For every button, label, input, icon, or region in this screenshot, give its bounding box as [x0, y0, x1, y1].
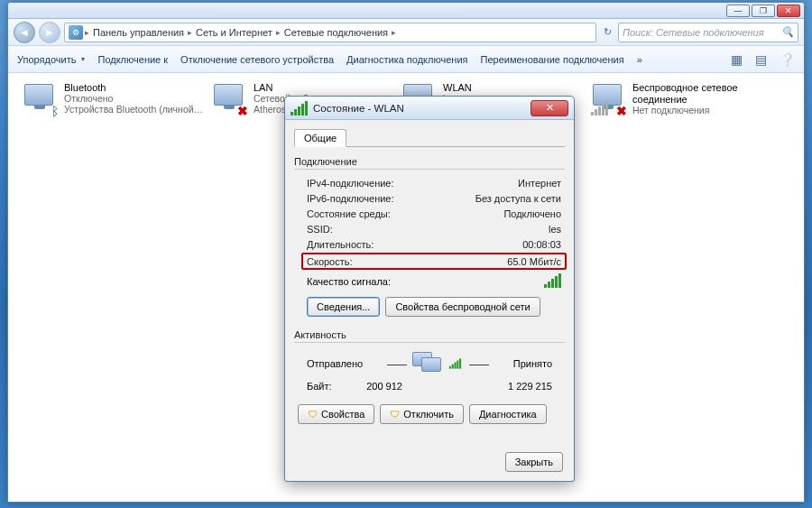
control-panel-icon: ⚙ [69, 25, 83, 40]
group-connection-label: Подключение [294, 156, 565, 167]
shield-icon: 🛡 [308, 409, 318, 420]
help-icon[interactable]: ❔ [780, 52, 795, 67]
ipv6-value: Без доступа к сети [475, 193, 561, 204]
sent-label: Отправлено [307, 358, 363, 369]
disable-button[interactable]: 🛡Отключить [380, 404, 464, 424]
media-state-value: Подключено [503, 208, 561, 219]
chevron-right-icon: ▸ [85, 28, 89, 37]
search-input[interactable]: Поиск: Сетевые подключения 🔍 [618, 23, 798, 42]
dash-icon: —— [469, 358, 489, 369]
diagnose-button[interactable]: Диагностика [469, 404, 547, 424]
dialog-titlebar[interactable]: Состояние - WLAN ✕ [285, 97, 574, 120]
nav-forward-button[interactable]: ► [39, 22, 60, 43]
received-label: Принято [513, 358, 552, 369]
close-button[interactable]: ✕ [777, 5, 800, 17]
media-state-label: Состояние среды: [307, 208, 391, 219]
signal-bars-icon [591, 101, 608, 118]
duration-label: Длительность: [307, 239, 374, 250]
disconnected-x-icon: ✖ [237, 104, 248, 118]
minimize-button[interactable]: — [726, 5, 750, 17]
connection-status: Нет подключения [632, 105, 773, 115]
maximize-button[interactable]: ❐ [752, 5, 775, 17]
shield-icon: 🛡 [390, 409, 400, 420]
chevron-right-icon: ▸ [392, 28, 396, 37]
connection-detail: Устройства Bluetooth (личной с... [64, 104, 205, 115]
rename-button[interactable]: Переименование подключения [481, 54, 624, 65]
speed-row-highlighted: Скорость:65.0 Мбит/с [301, 253, 567, 270]
dialog-title: Состояние - WLAN [313, 103, 404, 114]
network-adapter-icon: ᛒ [23, 82, 59, 118]
command-toolbar: Упорядочить Подключение к Отключение сет… [8, 46, 804, 73]
connection-name: WLAN [443, 82, 584, 93]
bytes-label: Байт: [307, 381, 332, 392]
dialog-close-button[interactable]: ✕ [531, 100, 568, 116]
organize-menu[interactable]: Упорядочить [17, 54, 85, 65]
search-icon: 🔍 [781, 26, 794, 38]
chevron-right-icon: ▸ [276, 28, 281, 37]
explorer-window: — ❐ ✕ ◄ ► ⚙ ▸ Панель управления ▸ Сеть и… [7, 2, 805, 503]
ipv4-label: IPv4-подключение: [307, 178, 394, 189]
details-button[interactable]: Сведения... [307, 297, 380, 317]
activity-computers-icon [412, 352, 441, 375]
signal-bars-icon [449, 358, 461, 368]
ssid-label: SSID: [307, 224, 333, 235]
diagnose-button[interactable]: Диагностика подключения [346, 54, 467, 65]
network-adapter-icon: ✖ [212, 82, 248, 118]
group-activity-label: Активность [294, 329, 565, 340]
nav-back-button[interactable]: ◄ [14, 22, 35, 43]
wireless-properties-button[interactable]: Свойства беспроводной сети [385, 297, 540, 317]
bluetooth-icon: ᛒ [51, 104, 59, 118]
connection-item-bluetooth[interactable]: ᛒ Bluetooth Отключено Устройства Bluetoo… [19, 79, 208, 122]
disconnected-x-icon: ✖ [616, 104, 627, 118]
navigation-bar: ◄ ► ⚙ ▸ Панель управления ▸ Сеть и Интер… [8, 19, 804, 46]
address-breadcrumb[interactable]: ⚙ ▸ Панель управления ▸ Сеть и Интернет … [64, 23, 596, 42]
signal-bars-icon [291, 101, 308, 115]
refresh-icon[interactable]: ↻ [600, 26, 614, 38]
bytes-sent-value: 200 912 [366, 381, 402, 392]
duration-value: 00:08:03 [522, 239, 561, 250]
close-dialog-button[interactable]: Закрыть [505, 452, 563, 472]
breadcrumb-item[interactable]: Сетевые подключения [282, 27, 390, 38]
chevron-right-icon: ▸ [188, 28, 192, 37]
connection-name: Беспроводное сетевое соединение [632, 82, 773, 105]
signal-bars-icon [544, 273, 561, 290]
view-icons-button[interactable]: ▦ [731, 52, 743, 67]
disable-device-button[interactable]: Отключение сетевого устройства [180, 54, 334, 65]
breadcrumb-item[interactable]: Сеть и Интернет [194, 27, 274, 38]
ipv4-value: Интернет [518, 178, 561, 189]
connection-item-wireless[interactable]: ✖ Беспроводное сетевое соединение Нет по… [587, 79, 777, 122]
view-details-button[interactable]: ▤ [755, 52, 767, 67]
wlan-status-dialog: Состояние - WLAN ✕ Общие Подключение IPv… [284, 96, 575, 482]
search-placeholder: Поиск: Сетевые подключения [623, 27, 764, 38]
breadcrumb-item[interactable]: Панель управления [91, 27, 186, 38]
ssid-value: les [549, 224, 561, 235]
speed-value: 65.0 Мбит/с [507, 256, 561, 267]
bytes-received-value: 1 229 215 [508, 381, 552, 392]
connection-status: Отключено [64, 93, 205, 104]
speed-label: Скорость: [307, 256, 353, 267]
window-titlebar: — ❐ ✕ [8, 3, 804, 19]
connection-name: LAN [254, 82, 394, 93]
tab-general[interactable]: Общие [294, 129, 346, 147]
ipv6-label: IPv6-подключение: [307, 193, 394, 204]
properties-button[interactable]: 🛡Свойства [298, 404, 374, 424]
dialog-tabs: Общие [294, 127, 565, 147]
connect-to-button[interactable]: Подключение к [97, 54, 168, 65]
toolbar-overflow[interactable]: » [637, 54, 642, 65]
connection-name: Bluetooth [64, 82, 205, 93]
dash-icon: —— [387, 358, 407, 369]
signal-quality-label: Качество сигнала: [307, 276, 391, 287]
network-adapter-icon: ✖ [591, 82, 627, 118]
